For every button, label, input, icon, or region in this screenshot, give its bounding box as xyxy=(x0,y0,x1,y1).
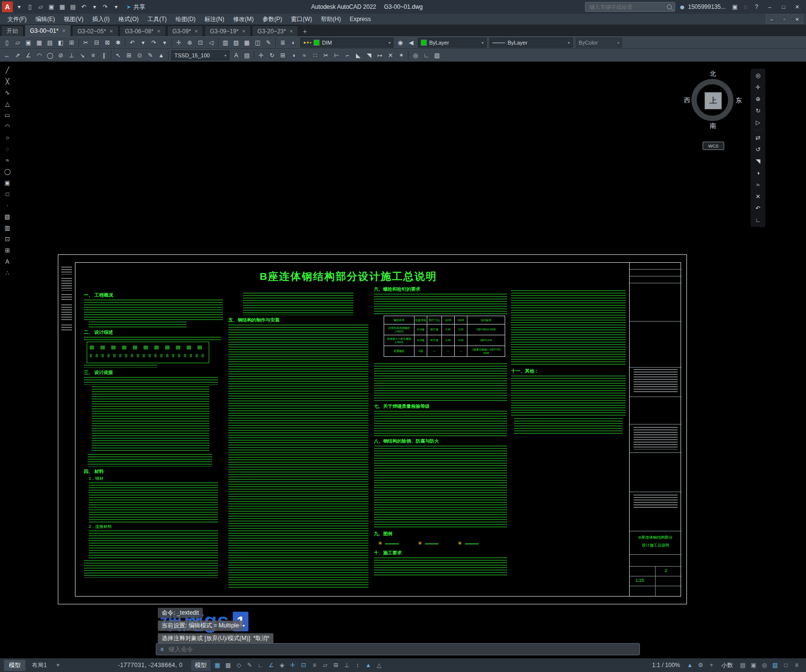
workspace-switching-icon[interactable]: ⚙ xyxy=(695,660,706,671)
ellipse-icon[interactable]: ◯ xyxy=(1,166,14,177)
share-button[interactable]: ➤ 共享 xyxy=(122,3,149,11)
menu-item[interactable]: 视图(V) xyxy=(59,15,88,24)
undo-icon[interactable]: ↶ xyxy=(127,37,138,48)
dim-continue-icon[interactable]: ∥ xyxy=(98,50,109,61)
rotate-icon[interactable]: ↻ xyxy=(267,50,277,61)
full-navigation-wheel-icon[interactable]: ◎ xyxy=(752,70,764,81)
paste-icon[interactable]: ⊠ xyxy=(102,37,113,48)
dim-radius-icon[interactable]: ◯ xyxy=(45,50,55,61)
erase-icon[interactable]: ✕ xyxy=(752,191,764,202)
layer-properties-icon[interactable]: ≣ xyxy=(277,37,288,48)
chamfer-icon[interactable]: ◣ xyxy=(353,50,364,61)
layer-previous-icon[interactable]: ◀ xyxy=(406,37,416,48)
layout1-tab[interactable]: 布局1 xyxy=(27,660,52,671)
color-dropdown[interactable]: ByLayer xyxy=(418,38,487,48)
toolbar-icon[interactable] xyxy=(218,38,219,47)
toolbar-icon[interactable] xyxy=(111,51,111,60)
doc-close-button[interactable]: ✕ xyxy=(791,14,803,24)
menu-item[interactable]: 编辑(E) xyxy=(31,15,59,24)
tab-g3-20-23[interactable]: G3-20~23* xyxy=(252,25,298,36)
zoom-previous-icon[interactable]: ◁ xyxy=(206,37,217,48)
wcs-button[interactable]: WCS xyxy=(703,142,724,150)
annotation-scale-readout[interactable]: 1:1 / 100% xyxy=(652,662,680,669)
point-style-icon[interactable]: ∴ xyxy=(1,268,14,278)
move-icon[interactable]: ✛ xyxy=(256,50,267,61)
publish-icon[interactable]: ⊞ xyxy=(66,37,77,48)
dim-aligned-icon[interactable]: ⇗ xyxy=(12,50,23,61)
make-layer-current-icon[interactable]: ◉ xyxy=(395,37,406,48)
new-tab-button[interactable]: + xyxy=(299,26,310,36)
revision-cloud-icon[interactable]: ◌ xyxy=(1,144,14,154)
menu-item[interactable]: 参数(P) xyxy=(258,15,287,24)
tolerance-icon[interactable]: ⊞ xyxy=(123,50,134,61)
cut-icon[interactable]: ✂ xyxy=(80,37,91,48)
tab-g3-09[interactable]: G3-09* xyxy=(167,25,204,36)
text-style-dropdown[interactable]: TSSD_15_100 xyxy=(171,50,229,60)
autodesk-account-icon[interactable]: ◌ xyxy=(740,1,751,12)
group-icon[interactable]: ◎ xyxy=(410,50,421,61)
toolbar-icon[interactable] xyxy=(168,51,169,60)
plot-preview-icon[interactable]: ◧ xyxy=(55,37,66,48)
quick-properties-icon[interactable]: ▤ xyxy=(737,660,748,671)
pan-icon[interactable]: ✛ xyxy=(173,37,184,48)
rectangle-icon[interactable]: ▭ xyxy=(1,110,14,121)
save-as-icon[interactable]: ▦ xyxy=(34,37,45,48)
menu-item[interactable]: Express xyxy=(345,16,375,23)
orbit-icon[interactable]: ↻ xyxy=(752,105,764,116)
extend-icon[interactable]: ⊢ xyxy=(331,50,342,61)
customization-icon[interactable]: ≡ xyxy=(791,660,802,671)
dim-linear-icon[interactable]: ↔ xyxy=(1,50,12,61)
zoom-realtime-icon[interactable]: ⊕ xyxy=(184,37,195,48)
redo-icon[interactable]: ↷ xyxy=(148,37,159,48)
circle-icon[interactable]: ○ xyxy=(1,132,14,143)
command-input[interactable] xyxy=(168,646,635,653)
quick-dim-icon[interactable]: ↘ xyxy=(77,50,88,61)
tool-palettes-icon[interactable]: ▩ xyxy=(242,37,252,48)
zoom-window-icon[interactable]: ⊡ xyxy=(195,37,206,48)
linetype-dropdown[interactable]: ByLayer xyxy=(489,38,573,48)
point-icon[interactable]: ∙ xyxy=(1,200,14,211)
view-compass[interactable]: 上 北 南 西 东 xyxy=(684,71,742,130)
dim-angular-icon[interactable]: ∠ xyxy=(23,50,34,61)
table-icon[interactable]: ⊞ xyxy=(1,245,14,256)
search-box[interactable] xyxy=(585,2,675,12)
lock-ui-icon[interactable]: ▣ xyxy=(748,660,759,671)
make-block-icon[interactable]: □ xyxy=(1,189,14,199)
plot-icon[interactable]: ▤ xyxy=(45,37,55,48)
annotation-visibility-icon[interactable]: ▲ xyxy=(363,660,374,671)
properties-icon[interactable]: ▥ xyxy=(220,37,231,48)
spline-icon[interactable]: ≈ xyxy=(1,155,14,166)
annotation-scale-icon[interactable]: ▲ xyxy=(684,660,695,671)
toolbar-icon[interactable] xyxy=(408,51,409,60)
menu-item[interactable]: 绘图(D) xyxy=(171,15,200,24)
undo-caret-icon[interactable]: ▾ xyxy=(89,1,100,12)
close-button[interactable]: ✕ xyxy=(790,1,804,13)
app-menu-caret-icon[interactable]: ▾ xyxy=(14,1,24,12)
polygon-icon[interactable]: △ xyxy=(1,99,14,109)
copy-object-icon[interactable]: ⊞ xyxy=(277,50,288,61)
model-space-toggle[interactable]: 模型 xyxy=(191,660,211,671)
match-properties-icon[interactable]: ✱ xyxy=(113,37,123,48)
3d-osnap-icon[interactable]: ⊥ xyxy=(342,660,352,671)
array-icon[interactable]: ∷ xyxy=(310,50,320,61)
redo-icon[interactable]: ↷ xyxy=(100,1,111,12)
gradient-icon[interactable]: ▥ xyxy=(1,223,14,233)
toolbar-icon[interactable] xyxy=(275,38,276,47)
open-icon[interactable]: ▱ xyxy=(12,37,23,48)
show-motion-icon[interactable]: ▷ xyxy=(752,117,764,128)
stretch-icon[interactable]: ↦ xyxy=(374,50,385,61)
layer-states-icon[interactable]: ◐ xyxy=(288,37,299,48)
polyline-icon[interactable]: ∿ xyxy=(1,87,14,98)
units-readout[interactable]: 小数 xyxy=(721,661,733,670)
help-icon[interactable]: ? xyxy=(751,1,762,12)
copy-icon[interactable]: ⊟ xyxy=(91,37,102,48)
object-snap-tracking-icon[interactable]: ✛ xyxy=(288,660,298,671)
pan-icon[interactable]: ✛ xyxy=(752,82,764,93)
tab-g3-02-05[interactable]: G3-02~05* xyxy=(72,25,119,36)
mirror-icon[interactable]: ◑ xyxy=(752,168,764,178)
redo-caret-icon[interactable]: ▾ xyxy=(159,37,170,48)
plot-icon[interactable]: ▤ xyxy=(68,1,78,12)
dynamic-input-icon[interactable]: ✎ xyxy=(244,660,255,671)
nav-icon[interactable] xyxy=(754,130,762,130)
insert-block-icon[interactable]: ▣ xyxy=(1,177,14,188)
